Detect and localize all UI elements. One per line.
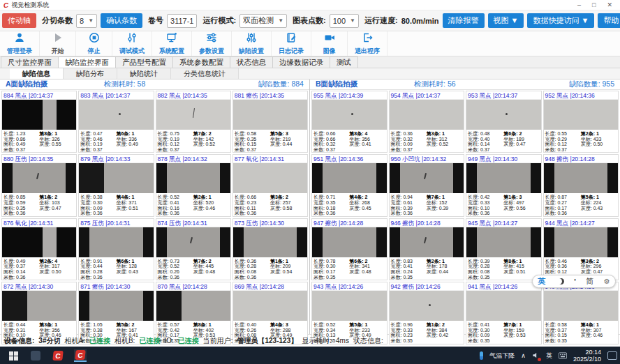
defect-cell[interactable]: 955 黑点 |20:14:39 长度: 0.66宽度: 0.66面积: 0.3… [311, 91, 388, 153]
gear-icon[interactable]: ⚙ [604, 278, 610, 285]
defect-cell[interactable]: 872 黑点 |20:14:30 长度: 0.44宽度: 0.31面积: 0.1… [1, 282, 77, 344]
defect-meta-left: 长度: 0.47宽度: 0.46面积: 0.19米数: 0.37 [80, 131, 116, 152]
defect-cell[interactable]: 954 黑点 |20:14:37 长度: 0.36宽度: 0.32面积: 0.0… [389, 91, 465, 153]
action-monitor-button[interactable]: 系统配置 [152, 31, 192, 56]
action-exit-button[interactable]: 退出程序 [348, 31, 388, 56]
keyboard-icon[interactable] [559, 352, 567, 359]
action-camera-button[interactable]: 图像 [311, 31, 348, 56]
ime-punctuation-toggle[interactable]: ’ [574, 278, 576, 286]
tab-系统参数配置[interactable]: 系统参数配置 [172, 56, 230, 68]
defect-cell[interactable]: 951 黑点 |20:14:36 长度: 0.71宽度: 0.35面积: 0.1… [311, 154, 388, 216]
defect-cell[interactable]: 883 黑点 |20:14:37 长度: 0.47宽度: 0.46面积: 0.1… [78, 91, 154, 153]
defect-cell-header: 882 黑点 |20:14:35 [156, 91, 230, 100]
defect-cell[interactable]: 948 擦伤 |20:14:28 长度: 0.87宽度: 0.27面积: 0.1… [543, 154, 619, 216]
action-sliders-v-button[interactable]: 缺陷设置 [232, 31, 272, 56]
defect-cell[interactable]: 870 黑点 |20:14:28 长度: 0.57宽度: 0.42面积: 0.1… [156, 282, 231, 344]
defect-cell-header: 951 黑点 |20:14:36 [312, 155, 387, 163]
subtab-缺陷统计[interactable]: 缺陷统计 [117, 68, 171, 79]
data-quick-access-button[interactable]: 数据快捷访问 ▼ [527, 13, 594, 28]
defect-cell-header: 955 黑点 |20:14:39 [312, 91, 387, 100]
defect-cell[interactable]: 946 擦伤 |20:14:28 长度: 0.83宽度: 0.41面积: 0.2… [389, 218, 465, 280]
defect-cell[interactable]: 873 压伤 |20:14:30 长度: 0.36宽度: 0.28面积: 0.0… [232, 218, 308, 280]
defect-cell[interactable]: 876 氧化 |20:14:31 长度: 0.49宽度: 0.37面积: 0.1… [1, 218, 77, 280]
subtab-分类信息统计[interactable]: 分类信息统计 [171, 68, 239, 79]
tab-产品型号配置[interactable]: 产品型号配置 [115, 56, 173, 68]
weather-text[interactable]: 气温下降 [489, 351, 515, 361]
moon-icon[interactable] [556, 278, 562, 285]
action-log-button[interactable]: 日志记录 [272, 31, 311, 56]
defect-cell[interactable]: 940 黑点 |20:14:26 长度: 0.58宽度: 0.37面积: 0.1… [543, 282, 619, 344]
defect-cell[interactable]: 884 黑点 |20:14:37 长度: 1.23宽度: 0.86面积: 0.4… [1, 91, 77, 153]
time-value: 20:14 [585, 349, 601, 356]
defect-cell[interactable]: 882 黑点 |20:14:35 长度: 0.75宽度: 0.19面积: 0.1… [156, 91, 231, 153]
clock[interactable]: 20:14 2025/2/10 [573, 349, 601, 363]
defect-cell[interactable]: 941 黑点 |20:14:26 长度: 0.41宽度: 0.30面积: 0.0… [466, 282, 542, 344]
defect-cell[interactable]: 947 擦伤 |20:14:28 长度: 0.78宽度: 0.30面积: 0.1… [311, 218, 388, 280]
defect-cell-header: 880 压伤 |20:14:35 [2, 155, 76, 163]
defect-cell[interactable]: 949 黑点 |20:14:30 长度: 0.42宽度: 0.33面积: 0.1… [466, 154, 542, 216]
action-sliders-h-button[interactable]: 参数设置 [192, 31, 232, 56]
defect-image [312, 163, 387, 193]
defect-cell[interactable]: 953 黑点 |20:14:37 长度: 0.48宽度: 0.40面积: 0.1… [466, 91, 542, 153]
taskbar-app-2[interactable]: C [52, 349, 64, 362]
subtab-缺陷信息[interactable]: 缺陷信息 [10, 68, 64, 79]
view-menu-button[interactable]: 视图 ▼ [488, 13, 524, 28]
defect-cell[interactable]: 878 黑点 |20:14:32 长度: 0.52宽度: 0.41面积: 0.1… [156, 154, 231, 216]
maximize-button[interactable]: □ [592, 1, 596, 8]
taskbar-app-detection-active[interactable]: C [74, 349, 87, 362]
run-mode-select[interactable]: 双面检测▼ [239, 14, 287, 28]
windows-logo-icon [9, 351, 18, 361]
tab-缺陷监控界面[interactable]: 缺陷监控界面 [58, 56, 116, 68]
defect-cell[interactable]: 871 擦伤 |20:14:30 长度: 1.05宽度: 0.38面积: 0.3… [78, 282, 154, 344]
defect-cell[interactable]: 877 氧化 |20:14:31 长度: 0.66宽度: 0.23面积: 0.1… [232, 154, 308, 216]
clear-alarm-button[interactable]: 清除报警 [443, 13, 485, 28]
defect-cell[interactable]: 942 擦伤 |20:14:26 长度: 0.96宽度: 0.33面积: 0.2… [389, 282, 465, 344]
roll-number-input[interactable]: 3117-1 [167, 14, 197, 28]
defect-meta-left: 长度: 0.36宽度: 0.28面积: 0.08米数: 0.36 [235, 259, 270, 280]
defect-meta: 长度: 0.47宽度: 0.46面积: 0.19米数: 0.37 第6条: 1坐… [79, 130, 153, 152]
start-button[interactable] [7, 349, 20, 362]
ime-english-toggle[interactable]: 英 [538, 276, 545, 287]
tab-边缘数据记录[interactable]: 边缘数据记录 [272, 56, 330, 68]
ime-simplified-toggle[interactable]: 简 [586, 276, 593, 287]
defect-image [156, 227, 230, 257]
subtab-缺陷分布[interactable]: 缺陷分布 [64, 68, 117, 79]
tab-状态信息[interactable]: 状态信息 [230, 56, 273, 68]
defect-meta-right: 第2条: 4坐标: 317灰度: 0.50 [39, 259, 75, 280]
help-menu-button[interactable]: 帮助 ▼ [598, 13, 620, 28]
camera-a-label: 相机A: [64, 336, 84, 346]
action-user-button[interactable]: 管理登录 [0, 31, 40, 56]
defect-cell[interactable]: 944 黑点 |20:14:27 长度: 0.46宽度: 0.36面积: 0.1… [543, 218, 619, 280]
drive-axis-button[interactable]: 传动轴 [2, 13, 36, 28]
minimize-button[interactable]: – [577, 1, 581, 8]
defect-cell[interactable]: 875 压伤 |20:14:31 长度: 0.91宽度: 0.44面积: 0.2… [78, 218, 154, 280]
action-label: 开始 [52, 47, 64, 56]
defect-cell[interactable]: 881 擦伤 |20:14:35 长度: 0.58宽度: 0.35面积: 0.1… [232, 91, 308, 153]
sliders-h-icon [206, 32, 217, 46]
defect-cell[interactable]: 874 压伤 |20:14:31 长度: 0.73宽度: 0.52面积: 0.2… [156, 218, 231, 280]
confirm-count-button[interactable]: 确认条数 [101, 13, 142, 28]
action-stop-button[interactable]: 停止 [76, 31, 112, 56]
slit-count-select[interactable]: 8▼ [76, 14, 97, 28]
close-button[interactable]: ✕ [607, 1, 612, 8]
taskbar-app-1[interactable] [29, 349, 42, 362]
chart-points-label: 图表点数: [293, 15, 326, 26]
defect-cell[interactable]: 869 黑点 |20:14:28 长度: 0.40宽度: 0.26面积: 0.0… [232, 282, 308, 344]
tab-尺寸监控界面[interactable]: 尺寸监控界面 [1, 56, 59, 68]
tray-expand-button[interactable]: ∧ [521, 352, 526, 359]
defect-cell[interactable]: 945 黑点 |20:14:27 长度: 0.39宽度: 0.28面积: 0.0… [466, 218, 542, 280]
defect-cell[interactable]: 879 黑点 |20:14:33 长度: 0.38宽度: 0.30面积: 0.0… [78, 154, 154, 216]
action-play-button[interactable]: 开始 [40, 31, 76, 56]
tab-测试[interactable]: 测试 [330, 56, 358, 68]
defect-cell[interactable]: 952 黑点 |20:14:36 长度: 0.55宽度: 0.29面积: 0.1… [543, 91, 619, 153]
defect-cell[interactable]: 943 黑点 |20:14:26 长度: 0.52宽度: 0.34面积: 0.1… [311, 282, 388, 344]
defect-cell[interactable]: 950 小凹坑 |20:14:32 长度: 0.94宽度: 0.61面积: 0.… [389, 154, 465, 216]
volume-icon[interactable] [532, 351, 540, 361]
action-toolbar: 管理登录 开始 停止 调试模式 系统配置 参数设置 缺陷设置 日志记录 图像 退… [0, 31, 620, 56]
defect-cell[interactable]: 880 压伤 |20:14:35 长度: 0.85宽度: 0.59面积: 0.3… [1, 154, 77, 216]
defect-meta-right: 第1条: 3坐标: 497灰度: 0.56 [503, 195, 539, 215]
ime-language-indicator[interactable]: 英 [546, 351, 552, 361]
action-center-icon[interactable] [607, 351, 617, 360]
chart-points-select[interactable]: 100▼ [330, 14, 359, 28]
action-tune-button[interactable]: 调试模式 [112, 31, 152, 56]
